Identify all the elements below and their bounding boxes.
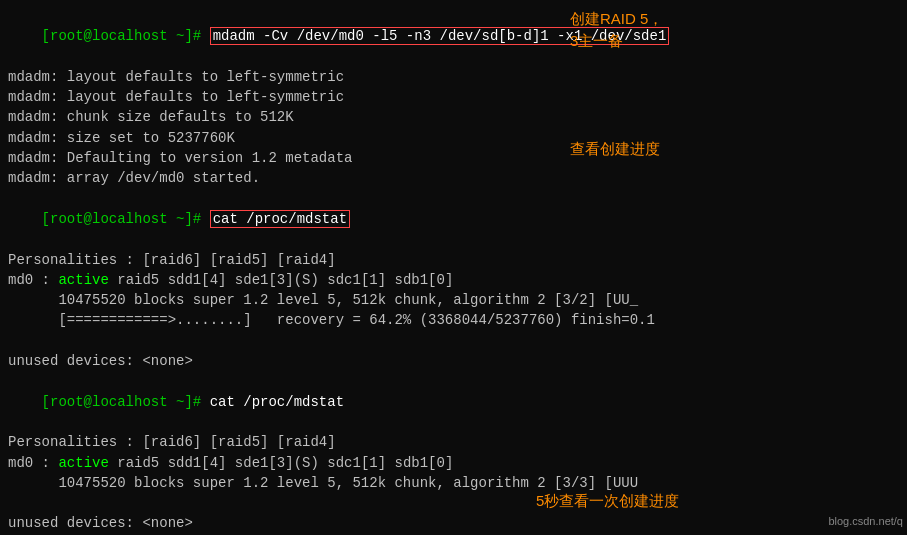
terminal-line-14: unused devices: <none>	[8, 351, 899, 371]
command-3: cat /proc/mdstat	[210, 394, 344, 410]
prompt-1: [root@localhost ~]#	[42, 28, 210, 44]
watermark: blog.csdn.net/q	[828, 514, 903, 530]
terminal-line-13	[8, 331, 899, 351]
terminal-line-4: mdadm: chunk size defaults to 512K	[8, 107, 899, 127]
annotation-raid5: 创建RAID 5，3主一备	[570, 8, 663, 52]
terminal-line-20: unused devices: <none>	[8, 513, 899, 533]
terminal-line-7: mdadm: array /dev/md0 started.	[8, 168, 899, 188]
terminal-line-2: mdadm: layout defaults to left-symmetric	[8, 67, 899, 87]
annotation-progress: 查看创建进度	[570, 138, 660, 160]
terminal-line-19	[8, 493, 899, 513]
command-2: cat /proc/mdstat	[210, 210, 350, 228]
annotation-watch: 5秒查看一次创建进度	[536, 490, 679, 512]
terminal-line-3: mdadm: layout defaults to left-symmetric	[8, 87, 899, 107]
terminal-line-9: Personalities : [raid6] [raid5] [raid4]	[8, 250, 899, 270]
terminal-line-17: md0 : active raid5 sdd1[4] sde1[3](S) sd…	[8, 453, 899, 473]
terminal-line-6: mdadm: Defaulting to version 1.2 metadat…	[8, 148, 899, 168]
terminal-line-8: [root@localhost ~]# cat /proc/mdstat	[8, 189, 899, 250]
terminal-line-5: mdadm: size set to 5237760K	[8, 128, 899, 148]
prompt-2: [root@localhost ~]#	[42, 211, 210, 227]
terminal-line-12: [============>........] recovery = 64.2%…	[8, 310, 899, 330]
prompt-3: [root@localhost ~]#	[42, 394, 210, 410]
terminal-line-16: Personalities : [raid6] [raid5] [raid4]	[8, 432, 899, 452]
terminal-line-1: [root@localhost ~]# mdadm -Cv /dev/md0 -…	[8, 6, 899, 67]
terminal-line-10: md0 : active raid5 sdd1[4] sde1[3](S) sd…	[8, 270, 899, 290]
terminal: [root@localhost ~]# mdadm -Cv /dev/md0 -…	[0, 0, 907, 535]
terminal-line-11: 10475520 blocks super 1.2 level 5, 512k …	[8, 290, 899, 310]
terminal-line-18: 10475520 blocks super 1.2 level 5, 512k …	[8, 473, 899, 493]
terminal-line-15: [root@localhost ~]# cat /proc/mdstat	[8, 371, 899, 432]
